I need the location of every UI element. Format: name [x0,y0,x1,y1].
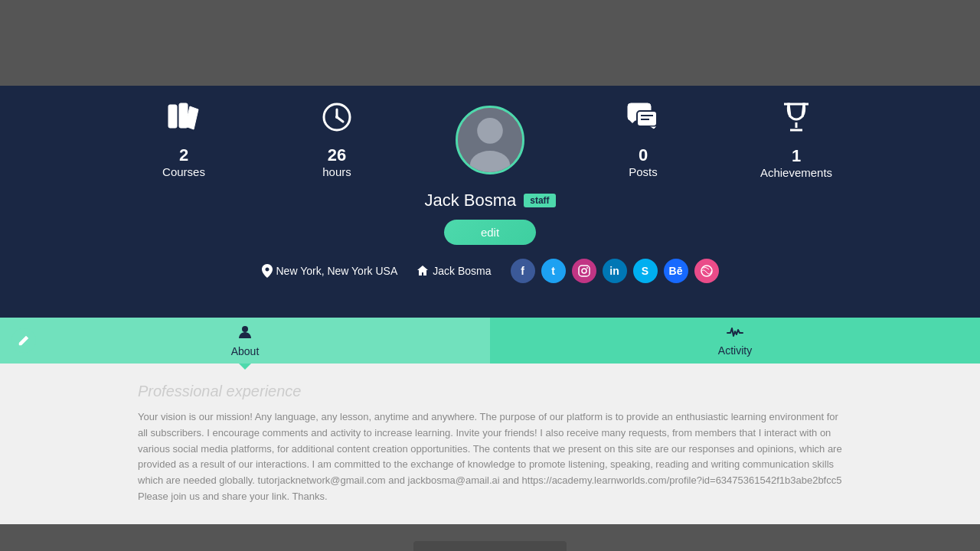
posts-label: Posts [629,165,658,178]
skype-icon[interactable]: S [633,259,658,283]
person-icon [237,324,253,344]
hours-count: 26 [328,145,346,165]
top-bar [0,0,980,86]
svg-point-19 [242,326,248,332]
section-title: Professional experience [138,383,842,400]
bottom-bar: Jack Bosma [0,524,980,551]
chat-icon [626,102,660,139]
tab-about[interactable]: About [0,318,490,364]
hours-label: hours [322,165,351,178]
location-row: New York, New York USA Jack Bosma f t in… [0,259,980,283]
activity-icon [727,325,743,343]
stats-row: 2 Courses 26 hours [0,101,980,179]
svg-rect-15 [579,266,590,276]
avatar-container [413,106,567,174]
achievements-label: Achievements [760,166,832,179]
user-name: Jack Bosma [424,191,516,210]
staff-badge: staff [524,194,555,207]
courses-count: 2 [179,145,188,165]
location-pin-icon [262,264,273,278]
location-text: New York, New York USA [276,265,398,277]
social-links: f t in S Bē [511,259,719,283]
section-body: Your vision is our mission! Any language… [138,409,842,505]
tab-about-label: About [231,345,260,357]
svg-point-7 [477,118,503,144]
books-icon [167,102,201,139]
tab-activity[interactable]: Activity [490,318,980,364]
stat-posts: 0 Posts [567,102,720,178]
linkedin-icon[interactable]: in [603,259,627,283]
profile-section: 2 Courses 26 hours [0,86,980,318]
content-section: Professional experience Your vision is o… [0,364,980,524]
avatar [456,106,524,174]
user-name-row: Jack Bosma staff [0,191,980,210]
trophy-icon [781,101,812,140]
svg-point-5 [335,116,338,119]
twitter-icon[interactable]: t [541,259,566,283]
stat-hours: 26 hours [260,102,413,178]
svg-point-16 [582,269,586,273]
home-icon [416,265,429,277]
stat-courses: 2 Courses [107,102,260,178]
bottom-name-tag: Jack Bosma [413,541,567,551]
achievements-count: 1 [792,146,801,166]
tab-activity-label: Activity [718,344,752,357]
posts-count: 0 [639,145,648,165]
website-item: Jack Bosma [416,265,491,277]
behance-icon[interactable]: Bē [664,259,688,283]
instagram-icon[interactable] [572,259,596,283]
clock-icon [322,102,352,139]
website-text: Jack Bosma [433,265,491,277]
location-item: New York, New York USA [262,264,398,278]
edit-button[interactable]: edit [444,220,536,245]
dribbble-icon[interactable] [694,259,719,283]
facebook-icon[interactable]: f [511,259,535,283]
svg-point-18 [701,266,712,276]
stat-achievements: 1 Achievements [720,101,873,179]
courses-label: Courses [162,165,205,178]
svg-point-17 [586,267,588,269]
svg-rect-0 [168,105,177,128]
tabs-section: About Activity [0,318,980,364]
